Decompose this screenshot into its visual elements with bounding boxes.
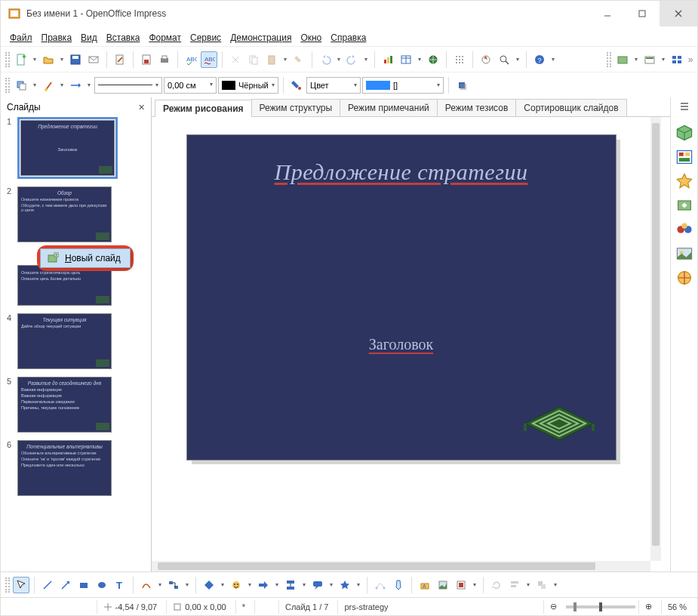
line-width-combo[interactable]: 0,00 см▴ [164,77,217,94]
new-doc-button[interactable] [13,51,29,68]
slide-thumb-6[interactable]: Потенциальные альтернативыОбозначьте аль… [17,440,112,496]
zoom-out[interactable]: ⊖ [543,600,563,614]
print-button[interactable] [156,51,173,68]
cube-icon[interactable] [675,123,694,143]
shadow-button[interactable] [454,77,470,94]
copy-button[interactable] [245,51,262,68]
grid-button[interactable] [451,51,468,68]
line-color-dropdown[interactable]: ▾ [58,77,66,94]
hyperlink-button[interactable] [425,51,441,68]
rect-tool[interactable] [75,577,92,593]
points-tool[interactable] [372,577,389,593]
toolbar-handle-2[interactable] [607,52,611,67]
slide-title[interactable]: Предложение стратегии [214,159,589,185]
slide-thumb-2[interactable]: ОбзорОпишите назначение проектаОбсудите,… [17,186,112,242]
table-button[interactable] [398,51,414,68]
toolbar-handle-3[interactable] [5,78,10,93]
zoom-in[interactable]: ⊕ [638,600,658,614]
callouts-tool[interactable] [309,577,326,593]
position-dropdown[interactable]: ▾ [552,577,559,593]
arrow-style-button[interactable] [67,77,84,94]
minimize-button[interactable] [590,1,625,26]
edit-doc-button[interactable] [112,51,128,68]
curve-dropdown[interactable]: ▾ [156,577,164,593]
redo-dropdown[interactable]: ▾ [362,51,370,68]
save-button[interactable] [67,51,84,68]
slide-design-dropdown[interactable]: ▾ [660,51,667,68]
connector-tool[interactable] [165,577,182,593]
slide-canvas[interactable]: Предложение стратегии Заголовок [187,135,616,460]
slide-subtitle[interactable]: Заголовок [214,336,589,353]
menu-file[interactable]: Файл [5,31,37,45]
undo-dropdown[interactable]: ▾ [335,51,343,68]
callouts-dropdown[interactable]: ▾ [327,577,335,593]
connector-dropdown[interactable]: ▾ [183,577,191,593]
symbol-shapes-tool[interactable] [228,577,244,593]
navigator-button[interactable] [478,51,494,68]
table-dropdown[interactable]: ▾ [416,51,423,68]
align-dropdown[interactable]: ▾ [524,577,532,593]
menu-slideshow[interactable]: Демонстрация [226,31,296,45]
status-zoom[interactable]: 56 % [661,600,693,614]
align-tool[interactable] [506,577,523,593]
email-button[interactable] [85,51,102,68]
stars-dropdown[interactable]: ▾ [355,577,362,593]
gallery-tool[interactable] [453,577,469,593]
cut-button[interactable] [227,51,244,68]
vertical-scrollbar[interactable] [650,117,661,561]
menu-edit[interactable]: Правка [37,31,77,45]
close-button[interactable] [660,1,697,26]
spellcheck-button[interactable]: ABC [183,51,199,68]
menu-tools[interactable]: Сервис [186,31,226,45]
help-dropdown[interactable]: ▾ [549,51,557,68]
menu-view[interactable]: Вид [76,31,102,45]
from-file-tool[interactable] [435,577,451,593]
transitions-icon[interactable] [675,220,694,239]
redo-button[interactable] [344,51,361,68]
thumb-row[interactable]: 6 Потенциальные альтернативыОбозначьте а… [7,440,145,496]
pdf-button[interactable] [138,51,155,68]
thumb-row[interactable]: 4 Текущая ситуацияДайте обзор текущей си… [7,313,145,369]
glue-tool[interactable] [390,577,407,593]
tab-normal[interactable]: Режим рисования [155,100,252,117]
area-button[interactable] [288,77,305,94]
paste-dropdown[interactable]: ▾ [281,51,289,68]
fontwork-tool[interactable]: A [417,577,433,593]
menu-format[interactable]: Формат [144,31,186,45]
task-panel-menu-icon[interactable] [679,100,690,111]
slide-master-button[interactable] [614,51,631,68]
zoom-slider[interactable] [566,605,635,608]
thumb-row[interactable]: Опишите стратегическую цельОпишите цель … [7,265,145,306]
arrange-dropdown[interactable]: ▾ [31,77,38,94]
toolbar-overflow[interactable]: » [687,51,694,68]
slides-panel-close[interactable]: ✕ [138,103,145,112]
select-tool[interactable] [13,577,29,593]
line-style-combo[interactable]: ▾ [94,77,162,94]
show-slides-button[interactable] [669,51,685,68]
fill-color-combo[interactable]: []▾ [362,77,444,94]
tab-outline[interactable]: Режим структуры [251,99,341,116]
text-tool[interactable]: T [112,577,128,593]
ellipse-tool[interactable] [94,577,110,593]
thumb-row[interactable]: 1 Предложение стратегииЗаголовок [7,117,145,179]
ctx-new-slide[interactable]: Новый слайд [41,249,130,267]
slide-design-button[interactable] [641,51,658,68]
thumb-row[interactable]: 2 ОбзорОпишите назначение проектаОбсудит… [7,186,145,242]
stars-tool[interactable] [337,577,353,593]
gallery-dropdown[interactable]: ▾ [471,577,478,593]
position-tool[interactable] [533,577,550,593]
slide-master-dropdown[interactable]: ▾ [632,51,640,68]
arrow-tool[interactable] [57,577,74,593]
maximize-button[interactable] [625,1,660,26]
block-arrows-dropdown[interactable]: ▾ [273,577,281,593]
open-button[interactable] [40,51,57,68]
zoom-dropdown[interactable]: ▾ [514,51,521,68]
line-tool[interactable] [39,577,56,593]
basic-shapes-tool[interactable] [201,577,217,593]
help-button[interactable]: ? [531,51,548,68]
image-icon[interactable] [675,244,694,263]
star-icon[interactable] [675,171,694,191]
slide-thumb-5[interactable]: Развитие до сегодняшнего дняВажная инфор… [17,377,112,433]
new-doc-dropdown[interactable]: ▾ [31,51,38,68]
layouts-icon[interactable] [675,147,694,167]
